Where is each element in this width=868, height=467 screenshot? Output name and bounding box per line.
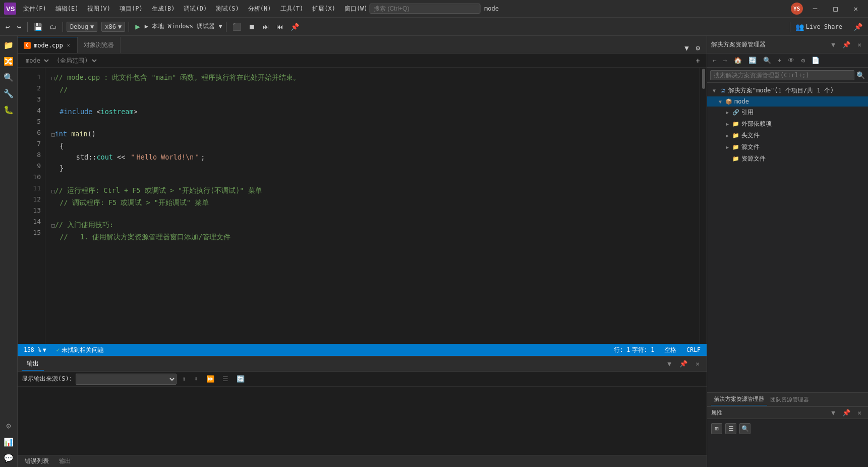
sidebar-git[interactable]: 🔀 bbox=[2, 54, 16, 68]
breadcrumb-add-btn[interactable]: + bbox=[693, 56, 703, 66]
close-button[interactable]: ✕ bbox=[848, 0, 864, 18]
output-btn-5[interactable]: 🔄 bbox=[234, 374, 247, 384]
tab-mode-cpp[interactable]: C mode.cpp ✕ bbox=[18, 37, 78, 53]
tree-references[interactable]: ▶ 🔗 引用 bbox=[707, 107, 868, 118]
editor-scrollbar[interactable] bbox=[700, 68, 707, 344]
solution-search-btn[interactable]: 🔍 bbox=[856, 71, 865, 79]
symbol-dropdown[interactable]: mode bbox=[22, 56, 50, 66]
undo-button[interactable]: ↩ bbox=[3, 22, 12, 32]
live-share-button[interactable]: 👥 Live Share bbox=[790, 22, 847, 32]
props-pin-btn[interactable]: 📌 bbox=[840, 408, 853, 418]
output-source-select[interactable] bbox=[76, 374, 177, 385]
sidebar-bottom-3[interactable]: 💬 bbox=[2, 451, 16, 465]
breakpoint-button[interactable]: ⬛ bbox=[230, 22, 244, 32]
run-label[interactable]: ▶ 本地 Windows 调试器 ▼ bbox=[145, 22, 222, 31]
rpt-solution-explorer[interactable]: 解决方案资源管理器 bbox=[711, 393, 767, 405]
tree-solution-root[interactable]: ▼ 🗂 解决方案"mode"(1 个项目/共 1 个) bbox=[707, 85, 868, 96]
scrollbar-thumb[interactable] bbox=[702, 69, 705, 89]
sidebar-bottom-1[interactable]: ⚙ bbox=[2, 419, 16, 433]
tree-source-files[interactable]: ▶ 📁 源文件 bbox=[707, 141, 868, 153]
menu-test[interactable]: 测试(S) bbox=[212, 4, 243, 14]
user-avatar[interactable]: YS bbox=[791, 3, 803, 15]
panel-close-btn[interactable]: ✕ bbox=[692, 359, 703, 369]
expand-header-files[interactable]: ▶ bbox=[724, 133, 730, 139]
output-btn-3[interactable]: ⏩ bbox=[204, 374, 217, 384]
menu-extensions[interactable]: 扩展(X) bbox=[308, 4, 339, 14]
sidebar-bottom-2[interactable]: 📊 bbox=[2, 435, 16, 449]
nav-btn-3[interactable]: ⏮ bbox=[274, 22, 286, 32]
rpt-team-explorer[interactable]: 团队资源管理器 bbox=[767, 394, 812, 405]
sol-nav-fwd[interactable]: → bbox=[721, 56, 730, 65]
zoom-status[interactable]: 158 % ▼ bbox=[22, 344, 48, 356]
redo-button[interactable]: ↪ bbox=[14, 22, 23, 32]
line-col-status[interactable]: 行: 1 字符: 1 bbox=[612, 344, 657, 356]
output-btn-1[interactable]: ⬆ bbox=[180, 374, 189, 384]
pin-button[interactable]: 📌 bbox=[851, 22, 865, 32]
panel-pin-btn[interactable]: 📌 bbox=[676, 359, 690, 369]
output-btn-4[interactable]: ☰ bbox=[220, 374, 231, 384]
nav-btn-2[interactable]: ⏭ bbox=[260, 22, 272, 32]
sol-show-all[interactable]: 👁 bbox=[785, 56, 797, 65]
scope-dropdown[interactable]: (全局范围) bbox=[52, 56, 98, 66]
expand-project[interactable]: ▼ bbox=[717, 98, 723, 105]
props-close-btn[interactable]: ✕ bbox=[855, 408, 864, 418]
output-btn-2[interactable]: ⬇ bbox=[192, 374, 201, 384]
sol-filter[interactable]: 🔍 bbox=[761, 56, 774, 65]
tab-settings-btn[interactable]: ⚙ bbox=[693, 43, 703, 53]
code-editor[interactable]: 1 2 3 4 5 6 7 8 9 10 11 12 13 14 15 □// … bbox=[18, 68, 707, 344]
save-all-button[interactable]: 🗂 bbox=[47, 22, 59, 32]
sidebar-solution-explorer[interactable]: 📁 bbox=[2, 38, 16, 52]
expand-external-deps[interactable]: ▶ bbox=[724, 121, 730, 127]
platform-dropdown[interactable]: x86 ▼ bbox=[101, 22, 125, 32]
sidebar-search[interactable]: 🔍 bbox=[2, 70, 16, 84]
sol-add[interactable]: + bbox=[775, 56, 784, 65]
menu-view[interactable]: 视图(V) bbox=[83, 4, 114, 14]
solution-search-input[interactable] bbox=[710, 70, 854, 80]
code-content[interactable]: □// mode.cpp : 此文件包含 "main" 函数。程序执行将在此处开… bbox=[45, 68, 700, 344]
expand-references[interactable]: ▶ bbox=[724, 110, 730, 116]
tab-mode-cpp-close[interactable]: ✕ bbox=[66, 42, 71, 48]
debug-config-dropdown[interactable]: Debug ▼ bbox=[67, 22, 97, 32]
expand-solution[interactable]: ▼ bbox=[711, 88, 717, 94]
sol-props[interactable]: ⚙ bbox=[798, 56, 807, 65]
sol-home[interactable]: 🏠 bbox=[731, 56, 744, 65]
menu-tools[interactable]: 工具(T) bbox=[276, 4, 308, 14]
menu-window[interactable]: 窗口(W) bbox=[340, 4, 372, 14]
prop-icon-search[interactable]: 🔍 bbox=[739, 423, 750, 434]
panel-tab-output[interactable]: 输出 bbox=[22, 357, 44, 371]
rph-pin-btn[interactable]: 📌 bbox=[840, 40, 853, 49]
menu-analyze[interactable]: 分析(N) bbox=[244, 4, 275, 14]
output-tab[interactable]: 输出 bbox=[56, 456, 74, 466]
sol-sync[interactable]: 🔄 bbox=[746, 56, 759, 65]
run-button[interactable]: ▶ bbox=[133, 21, 143, 32]
tree-resource-files[interactable]: 📁 资源文件 bbox=[707, 153, 868, 165]
menu-file[interactable]: 文件(F) bbox=[19, 4, 50, 14]
tab-object-browser[interactable]: 对象浏览器 bbox=[78, 37, 121, 53]
sidebar-diagnostics[interactable]: 🐛 bbox=[2, 102, 16, 117]
tree-header-files[interactable]: ▶ 📁 头文件 bbox=[707, 130, 868, 141]
sol-preview[interactable]: 📄 bbox=[809, 56, 822, 65]
maximize-button[interactable]: □ bbox=[827, 0, 843, 18]
rph-minimize-btn[interactable]: ▼ bbox=[829, 40, 838, 49]
tab-dropdown-btn[interactable]: ▼ bbox=[682, 43, 691, 53]
error-list-tab[interactable]: 错误列表 bbox=[22, 456, 52, 466]
nav-btn-1[interactable]: ⏹ bbox=[246, 22, 258, 32]
props-minimize-btn[interactable]: ▼ bbox=[829, 408, 838, 418]
rph-close-btn[interactable]: ✕ bbox=[855, 40, 864, 49]
sol-nav-back[interactable]: ← bbox=[710, 56, 719, 65]
expand-source-files[interactable]: ▶ bbox=[724, 144, 730, 150]
panel-minimize-btn[interactable]: ▼ bbox=[664, 359, 674, 369]
tree-external-deps[interactable]: ▶ 📁 外部依赖项 bbox=[707, 118, 868, 130]
tree-project-mode[interactable]: ▼ 📦 mode bbox=[707, 96, 868, 107]
encoding-status[interactable]: CRLF bbox=[684, 344, 703, 356]
indent-status[interactable]: 空格 bbox=[662, 344, 678, 356]
global-search-input[interactable] bbox=[369, 4, 480, 14]
minimize-button[interactable]: ─ bbox=[807, 0, 823, 18]
problem-status[interactable]: ✓ 未找到相关问题 bbox=[54, 344, 106, 356]
menu-edit[interactable]: 编辑(E) bbox=[51, 4, 83, 14]
prop-icon-grid[interactable]: ⊞ bbox=[711, 423, 722, 434]
menu-project[interactable]: 项目(P) bbox=[115, 4, 147, 14]
nav-btn-4[interactable]: 📌 bbox=[288, 22, 302, 32]
save-button[interactable]: 💾 bbox=[31, 22, 45, 32]
menu-debug[interactable]: 调试(D) bbox=[180, 4, 211, 14]
